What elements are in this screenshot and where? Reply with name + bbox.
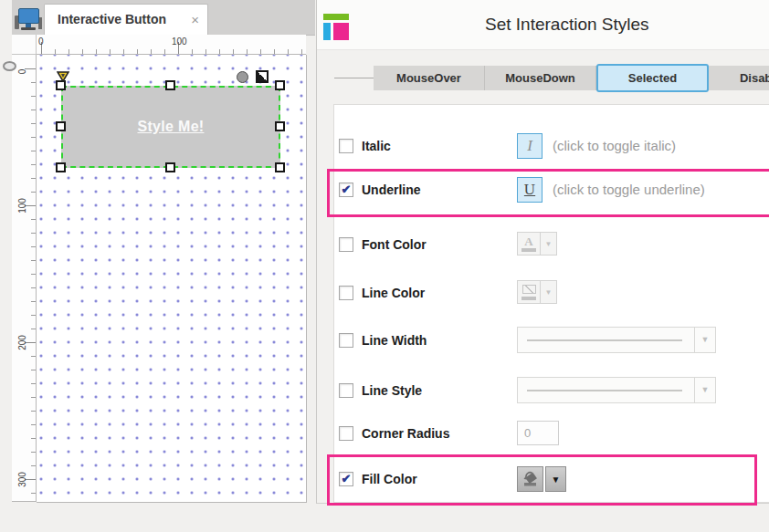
button-widget-label: Style Me! [138, 119, 205, 135]
tab-selected[interactable]: Selected [596, 64, 709, 92]
italic-glyph: I [527, 137, 532, 155]
line-style-preview [527, 390, 682, 391]
chevron-down-icon[interactable]: ▼ [694, 328, 715, 352]
chevron-down-icon[interactable]: ▼ [694, 378, 715, 402]
set-interaction-styles-dialog: Set Interaction Styles MouseOver MouseDo… [316, 0, 769, 504]
line-style-label: Line Style [362, 383, 422, 398]
resize-handle[interactable] [165, 162, 175, 172]
line-width-preview [527, 339, 682, 341]
v-ruler-label-0: 0 [17, 60, 27, 84]
italic-checkbox[interactable] [339, 139, 353, 153]
tab-disabled[interactable]: Disabled [709, 66, 769, 90]
corner-radius-checkbox[interactable] [339, 426, 353, 441]
italic-toggle-button[interactable]: I [517, 133, 543, 159]
resize-handle[interactable] [275, 162, 285, 172]
corner-radius-input[interactable]: 0 [517, 421, 559, 445]
corner-radius-label: Corner Radius [362, 426, 449, 441]
paint-bucket-icon [521, 471, 540, 487]
horizontal-ruler: 0 100 [37, 35, 306, 55]
underline-glyph: U [524, 181, 535, 199]
close-icon[interactable]: × [191, 5, 199, 35]
italic-hint: (click to toggle italic) [553, 138, 676, 153]
resize-handle[interactable] [165, 80, 175, 90]
resize-handle[interactable] [275, 121, 285, 131]
desktop-computer-icon [15, 7, 42, 31]
tab-mousedown[interactable]: MouseDown [485, 66, 596, 90]
design-canvas[interactable]: Style Me! [37, 55, 307, 503]
line-width-label: Line Width [362, 333, 427, 348]
v-ruler-label-200: 200 [17, 331, 27, 355]
contrast-square-icon[interactable] [256, 70, 269, 83]
v-ruler-label-100: 100 [17, 194, 27, 218]
underline-label: Underline [362, 183, 421, 197]
vertical-ruler-ticks [31, 68, 36, 501]
font-color-checkbox[interactable] [339, 237, 353, 252]
pin-triangle-icon [57, 71, 69, 82]
underline-checkbox[interactable]: ✔ [339, 183, 353, 197]
resize-handle[interactable] [56, 162, 66, 172]
chevron-down-icon[interactable]: ▼ [545, 466, 566, 492]
v-ruler-label-300: 300 [17, 468, 27, 492]
ruler-corner [12, 35, 37, 55]
resize-handle[interactable] [275, 80, 285, 90]
app-window: Interactive Button × 0 100 0 100 200 300… [0, 0, 769, 532]
h-ruler-label-100: 100 [172, 37, 187, 47]
line-color-picker[interactable]: ▼ [517, 280, 557, 304]
fill-color-button[interactable] [517, 466, 543, 492]
font-color-icon[interactable]: A [517, 232, 541, 256]
fill-color-checkbox[interactable]: ✔ [339, 472, 353, 486]
line-style-dropdown[interactable]: ▼ [517, 377, 716, 403]
interaction-state-tabs: MouseOver MouseDown Selected Disabled [374, 66, 769, 90]
document-tab-bar: Interactive Button × [12, 0, 315, 36]
resize-handle[interactable] [56, 121, 66, 131]
axure-logo-icon [323, 14, 356, 45]
tab-mouseover[interactable]: MouseOver [374, 66, 485, 90]
line-color-checkbox[interactable] [339, 286, 353, 300]
underline-toggle-button[interactable]: U [517, 177, 543, 203]
dialog-title: Set Interaction Styles [485, 15, 649, 35]
chevron-down-icon[interactable]: ▼ [541, 280, 557, 304]
line-color-label: Line Color [362, 286, 425, 300]
line-width-checkbox[interactable] [339, 333, 353, 348]
pen-icon [522, 285, 536, 294]
line-color-icon[interactable] [517, 280, 541, 304]
tab-connector-line [334, 78, 374, 78]
horizontal-ruler-ticks [41, 49, 306, 54]
circle-handle-icon[interactable] [237, 71, 248, 83]
document-tab-title: Interactive Button [58, 5, 166, 35]
button-widget[interactable]: Style Me! [61, 86, 280, 168]
line-style-checkbox[interactable] [339, 383, 353, 398]
underline-hint: (click to toggle underline) [553, 182, 705, 197]
font-color-label: Font Color [362, 237, 427, 252]
h-ruler-label-0: 0 [38, 37, 44, 47]
dialog-header: Set Interaction Styles [317, 0, 769, 50]
vertical-ruler: 0 100 200 300 [12, 55, 37, 502]
document-tab[interactable]: Interactive Button × [44, 4, 208, 35]
line-width-dropdown[interactable]: ▼ [517, 327, 716, 353]
chevron-down-icon[interactable]: ▼ [541, 232, 557, 256]
font-color-picker[interactable]: A ▼ [517, 232, 557, 256]
italic-label: Italic [362, 139, 391, 153]
guide-marker-icon [3, 61, 16, 71]
fill-color-label: Fill Color [362, 472, 417, 486]
